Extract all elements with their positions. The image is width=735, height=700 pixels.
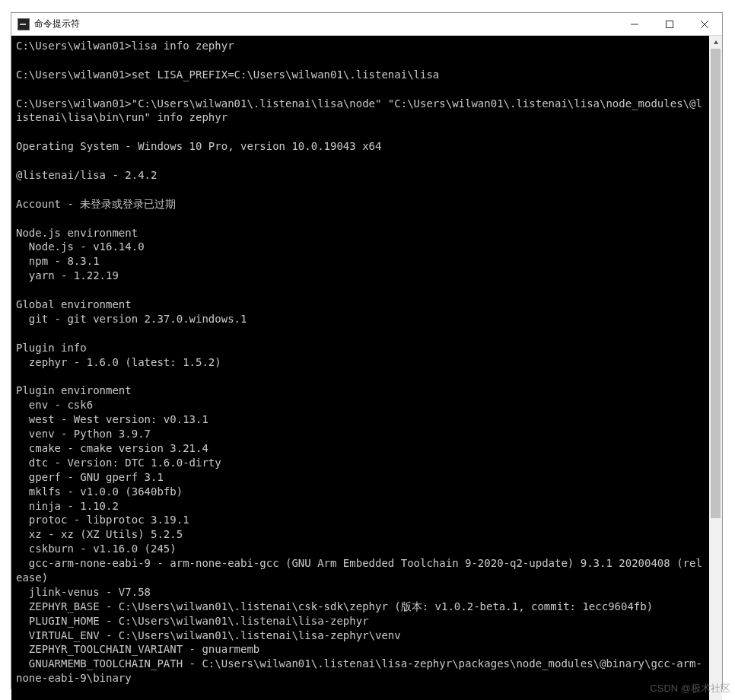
maximize-button[interactable] (652, 13, 687, 36)
minimize-button[interactable] (617, 13, 652, 36)
scrollbar-thumb[interactable] (711, 49, 721, 518)
svg-rect-1 (667, 21, 673, 27)
svg-marker-4 (714, 40, 718, 44)
scroll-up-button[interactable] (709, 36, 722, 49)
titlebar[interactable]: 命令提示符 (11, 13, 722, 36)
terminal-output[interactable]: C:\Users\wilwan01>lisa info zephyr C:\Us… (11, 36, 709, 700)
vertical-scrollbar[interactable] (709, 36, 722, 700)
terminal-area: C:\Users\wilwan01>lisa info zephyr C:\Us… (11, 36, 722, 700)
scrollbar-track[interactable] (709, 49, 722, 700)
window-title: 命令提示符 (34, 18, 80, 30)
close-button[interactable] (687, 13, 722, 36)
command-prompt-window: 命令提示符 C:\Users\wilwan01>lisa info zephyr… (11, 12, 723, 689)
cmd-icon (18, 18, 30, 30)
